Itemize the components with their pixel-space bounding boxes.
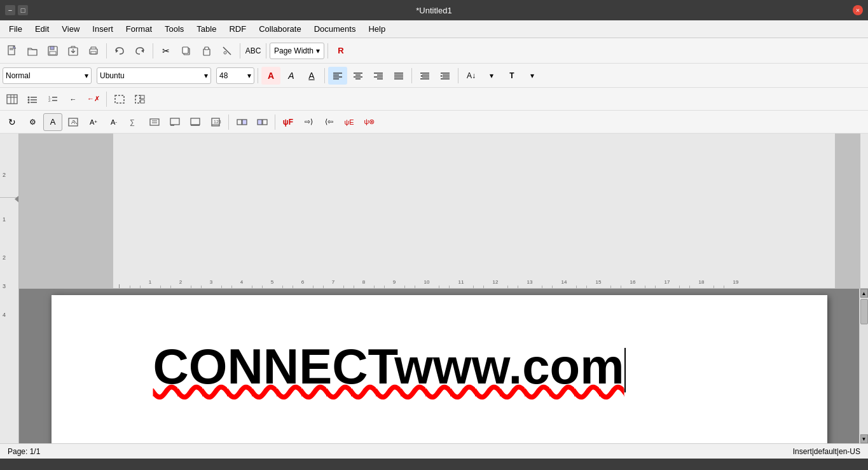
align-right-button[interactable]: [369, 67, 388, 85]
refresh-button[interactable]: ↻: [3, 113, 22, 131]
superscript-button[interactable]: A+: [84, 113, 103, 131]
endnote-button[interactable]: [186, 113, 205, 131]
svg-text:A: A: [71, 119, 75, 125]
document-page: CONNECTwww.com c: [52, 295, 827, 443]
field-insert-button[interactable]: ψF: [279, 113, 298, 131]
open-button[interactable]: [23, 42, 42, 60]
character-format-button[interactable]: A↓: [462, 67, 481, 85]
footnote-button[interactable]: [165, 113, 184, 131]
spellcheck-button[interactable]: ABC: [244, 42, 263, 60]
svg-point-17: [224, 52, 226, 54]
separator: [258, 68, 258, 83]
maximize-button[interactable]: □: [18, 5, 28, 15]
subscript-button[interactable]: A-: [104, 113, 123, 131]
svg-rect-58: [115, 95, 124, 103]
menu-insert[interactable]: Insert: [86, 22, 120, 36]
outline-increase-button[interactable]: ←✗: [84, 90, 103, 108]
text-style-button[interactable]: T: [502, 67, 521, 85]
menu-documents[interactable]: Documents: [308, 22, 362, 36]
formula-button[interactable]: ∑: [125, 113, 144, 131]
field-calc-button[interactable]: ψE: [340, 113, 359, 131]
svg-rect-77: [258, 120, 262, 125]
align-justify-button[interactable]: [389, 67, 408, 85]
paste-button[interactable]: [197, 42, 216, 60]
underline-button[interactable]: A: [302, 67, 321, 85]
cut-button[interactable]: ✂: [156, 42, 176, 60]
separator: [327, 43, 328, 59]
svg-rect-78: [263, 120, 267, 125]
paragraph-style-dropdown[interactable]: Normal ▾: [3, 67, 92, 84]
ruler-vertical: 2 1 2 3 4: [0, 134, 19, 443]
frame-anchor-button[interactable]: [130, 90, 149, 108]
table-insert-button[interactable]: [3, 90, 22, 108]
separator: [411, 68, 412, 83]
toolbar-draw: ↻ ⚙ A A A+ A- ∑ 123 ψF ⇨⟩ ⟨⇦ ψE ψ⊗: [0, 111, 868, 134]
menu-rdf[interactable]: RDF: [223, 22, 252, 36]
close-button[interactable]: ×: [853, 5, 863, 15]
list-unordered-button[interactable]: [23, 90, 42, 108]
separator: [266, 43, 266, 59]
font-size-dropdown[interactable]: 48 ▾: [216, 67, 254, 84]
menu-table[interactable]: Table: [190, 22, 223, 36]
menu-collaborate[interactable]: Collaborate: [252, 22, 308, 36]
indent-increase-button[interactable]: [436, 67, 455, 85]
menu-bar: File Edit View Insert Format Tools Table…: [0, 20, 868, 38]
svg-text:2.: 2.: [48, 99, 52, 102]
document-text[interactable]: CONNECTwww.com: [90, 308, 789, 394]
new-button[interactable]: [3, 42, 22, 60]
print-button[interactable]: [84, 42, 103, 60]
svg-rect-60: [141, 95, 144, 99]
export-button[interactable]: [64, 42, 83, 60]
list-ordered-button[interactable]: 1.2.: [43, 90, 62, 108]
italic-button[interactable]: A: [282, 67, 301, 85]
svg-text:∑: ∑: [130, 118, 135, 127]
svg-rect-5: [50, 46, 54, 50]
macro-button[interactable]: ⚙: [23, 113, 42, 131]
save-button[interactable]: [43, 42, 62, 60]
menu-file[interactable]: File: [3, 22, 29, 36]
menu-view[interactable]: View: [55, 22, 86, 36]
align-left-button[interactable]: [328, 67, 347, 85]
svg-rect-68: [170, 118, 179, 125]
menu-edit[interactable]: Edit: [29, 22, 55, 36]
page-width-dropdown[interactable]: Page Width ▾: [270, 43, 324, 59]
page-number-button[interactable]: 123: [206, 113, 225, 131]
svg-rect-44: [7, 95, 17, 104]
toolbar-standard: ✂ ABC Page Width ▾ R: [0, 38, 868, 64]
cross-reference-button[interactable]: [145, 113, 164, 131]
menu-format[interactable]: Format: [120, 22, 158, 36]
doc-scroll-area: CONNECTwww.com c: [19, 289, 868, 443]
align-center-button[interactable]: [348, 67, 368, 85]
minimize-button[interactable]: −: [5, 5, 15, 15]
field-delete-button[interactable]: ψ⊗: [360, 113, 379, 131]
svg-rect-61: [141, 100, 144, 103]
text-control-button[interactable]: A: [43, 113, 62, 131]
toolbar-formatting: Normal ▾ Ubuntu ▾ 48 ▾ A A A A↓ ▾ T ▾: [0, 64, 868, 88]
menu-help[interactable]: Help: [362, 22, 392, 36]
select-next-button[interactable]: [252, 113, 272, 131]
outline-decrease-button[interactable]: ←: [64, 90, 83, 108]
field-edit-button[interactable]: ⇨⟩: [299, 113, 318, 131]
copy-button[interactable]: [177, 42, 196, 60]
frame-button[interactable]: [110, 90, 129, 108]
menu-tools[interactable]: Tools: [158, 22, 190, 36]
clone-button[interactable]: [217, 42, 237, 60]
font-family-dropdown[interactable]: Ubuntu ▾: [97, 67, 211, 84]
separator: [324, 68, 325, 83]
select-prev-button[interactable]: [232, 113, 251, 131]
text-more-button[interactable]: ▾: [523, 67, 542, 85]
bold-button[interactable]: A: [261, 67, 280, 85]
document-area[interactable]: CONNECTwww.com c: [19, 289, 859, 443]
image-control-button[interactable]: A: [64, 113, 83, 131]
undo-button[interactable]: [110, 42, 129, 60]
indent-decrease-button[interactable]: [415, 67, 434, 85]
scrollbar-vertical[interactable]: ▲ ▼: [859, 289, 868, 443]
format-more-button[interactable]: ▾: [482, 67, 501, 85]
redo-button[interactable]: [130, 42, 149, 60]
font-size-arrow: ▾: [247, 71, 251, 80]
field-prev-button[interactable]: ⟨⇦: [319, 113, 338, 131]
title-bar: − □ *Untitled1 ×: [0, 0, 868, 20]
bookmark-button[interactable]: R: [331, 42, 350, 60]
svg-point-52: [28, 101, 30, 103]
separator: [228, 114, 229, 130]
